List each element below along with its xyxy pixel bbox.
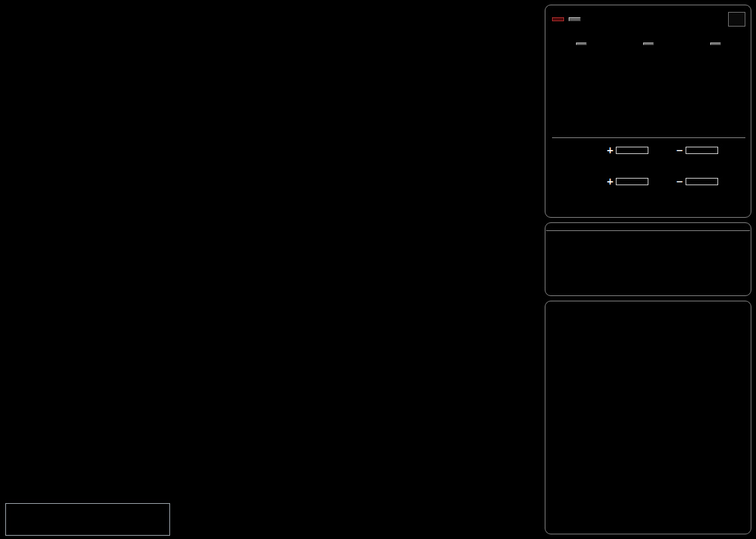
ic-plus-count [620, 189, 695, 200]
noises-column [686, 42, 744, 58]
map-canvas [0, 0, 541, 538]
minus-sign: − [676, 176, 683, 187]
noises-per-min-label [710, 42, 721, 45]
intracloud-row: + − [552, 175, 745, 187]
lightning-map[interactable] [0, 0, 541, 538]
strikes-column [552, 42, 610, 58]
map-legend [5, 503, 170, 536]
app-window: { "header": { "strike_btn": "STRIKE", "n… [0, 0, 756, 539]
trend-panel [545, 301, 751, 534]
cg-plus-bar [616, 147, 648, 154]
copyright-bar [454, 522, 540, 536]
cloud-ground-count-row [552, 157, 745, 169]
strikes-per-min-label [576, 42, 587, 45]
ic-minus-bar [686, 178, 718, 185]
minus-sign: − [676, 145, 683, 155]
ic-plus-bar [616, 178, 648, 185]
close-column [619, 42, 677, 58]
distribution-title [552, 135, 745, 138]
datetime-display [546, 223, 750, 231]
plus-sign: + [607, 145, 614, 155]
cloud-ground-row: + − [552, 144, 745, 156]
count-label [552, 157, 620, 169]
cg-minus-bar [686, 147, 718, 154]
plus-sign: + [607, 176, 614, 187]
status-panel [545, 222, 751, 296]
close-per-min-label [643, 42, 654, 45]
intracloud-count-row [552, 189, 745, 200]
noise-mode-button[interactable] [569, 17, 581, 21]
count-label [552, 189, 620, 200]
cg-plus-count [620, 157, 695, 169]
strike-mode-button[interactable] [552, 17, 564, 21]
stats-panel: + − + − [545, 5, 751, 218]
bearing-readout [728, 12, 745, 27]
trend-graph [547, 353, 750, 534]
lightning-distribution: + − + − [552, 135, 745, 206]
